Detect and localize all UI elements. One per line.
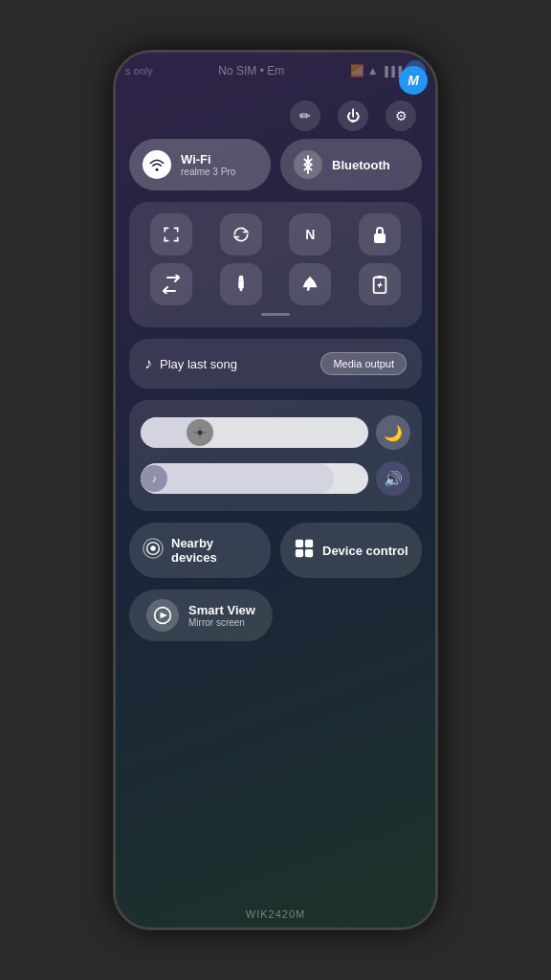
brightness-thumb[interactable]: [187, 419, 213, 446]
icon-row-1: N: [137, 213, 414, 256]
data-transfer-icon-btn[interactable]: [150, 263, 192, 305]
volume-fill: [141, 463, 334, 494]
dark-mode-button[interactable]: 🌙: [376, 415, 410, 450]
svg-marker-26: [161, 612, 168, 619]
quick-tiles-row: Wi-Fi realme 3 Pro Bluetooth: [129, 139, 422, 190]
wifi-sublabel: realme 3 Pro: [181, 167, 235, 177]
music-note-icon: ♪: [144, 355, 152, 372]
battery-saver-icon-btn[interactable]: [359, 263, 401, 305]
moon-icon: 🌙: [384, 424, 403, 442]
smart-view-icon: [146, 599, 179, 632]
nfc-icon: N: [305, 227, 315, 242]
airplane-icon-btn[interactable]: [289, 263, 331, 305]
svg-rect-22: [305, 539, 313, 546]
volume-slider-row: ♪ 🔊: [141, 456, 410, 501]
nfc-icon-btn[interactable]: N: [289, 213, 331, 256]
smart-view-label: Smart View: [188, 603, 255, 617]
flashlight-icon-btn[interactable]: [220, 263, 262, 305]
wifi-tile-text: Wi-Fi realme 3 Pro: [181, 152, 235, 177]
wifi-label: Wi-Fi: [181, 152, 235, 167]
wifi-tile-icon: [143, 150, 171, 179]
smart-view-tile[interactable]: Smart View Mirror screen: [129, 590, 273, 641]
watermark-text: WIK2420M: [246, 908, 305, 920]
wifi-tile[interactable]: Wi-Fi realme 3 Pro: [129, 139, 271, 190]
quick-settings-content: ✏ ⏻ ⚙: [116, 87, 435, 651]
svg-rect-4: [177, 228, 179, 233]
settings-icon: ⚙: [395, 108, 408, 123]
brightness-slider[interactable]: [141, 417, 368, 448]
svg-rect-8: [177, 237, 179, 242]
nearby-devices-tile[interactable]: Nearby devices: [129, 523, 271, 578]
volume-button[interactable]: 🔊: [376, 461, 410, 496]
nearby-devices-icon: [143, 538, 164, 564]
edit-icon: ✏: [299, 108, 311, 123]
icon-grid: N: [129, 202, 422, 327]
bluetooth-tile[interactable]: Bluetooth: [280, 139, 422, 190]
smart-view-sublabel: Mirror screen: [188, 617, 255, 628]
lock-icon-btn[interactable]: [359, 213, 401, 256]
svg-point-13: [197, 431, 202, 435]
smart-view-text: Smart View Mirror screen: [188, 603, 255, 628]
sync-icon-btn[interactable]: [220, 213, 262, 256]
svg-point-18: [150, 546, 156, 551]
svg-rect-23: [296, 548, 303, 556]
bottom-tiles: Nearby devices Device control: [129, 523, 422, 578]
volume-slider[interactable]: ♪: [141, 463, 368, 494]
device-control-label: Device control: [322, 544, 408, 558]
device-control-icon: [294, 538, 315, 564]
settings-button[interactable]: ⚙: [386, 100, 416, 131]
svg-rect-12: [377, 276, 382, 278]
volume-icon: 🔊: [384, 470, 403, 488]
brightness-slider-row: 🌙: [141, 410, 410, 456]
play-last-song-text: Play last song: [160, 357, 237, 371]
power-button[interactable]: ⏻: [338, 100, 368, 131]
svg-rect-2: [165, 228, 166, 233]
media-player[interactable]: ♪ Play last song Media output: [129, 339, 422, 389]
bluetooth-tile-icon: [294, 150, 322, 179]
media-info: ♪ Play last song: [144, 355, 237, 372]
edit-button[interactable]: ✏: [290, 100, 320, 131]
edit-row: ✏ ⏻ ⚙: [129, 97, 422, 139]
m-logo-badge: M: [399, 66, 428, 95]
nearby-devices-label: Nearby devices: [171, 536, 257, 565]
device-control-tile[interactable]: Device control: [280, 523, 422, 578]
scroll-indicator: [261, 313, 290, 316]
svg-rect-10: [239, 288, 242, 292]
screenshot-icon-btn[interactable]: [150, 213, 192, 256]
icon-row-2: [137, 263, 414, 305]
volume-thumb-left: ♪: [141, 465, 167, 492]
svg-rect-6: [165, 237, 166, 242]
phone-screen: M s only No SIM • Em 📶 ▲ ▐▐▐ M ✏: [116, 53, 435, 927]
power-icon: ⏻: [346, 108, 360, 123]
svg-rect-21: [296, 539, 303, 546]
media-output-button[interactable]: Media output: [320, 352, 407, 375]
sliders-section: 🌙 ♪ 🔊: [129, 400, 422, 511]
phone-frame: M s only No SIM • Em 📶 ▲ ▐▐▐ M ✏: [113, 50, 438, 930]
svg-rect-9: [374, 234, 386, 243]
svg-rect-24: [305, 548, 313, 556]
bluetooth-label: Bluetooth: [332, 158, 390, 172]
